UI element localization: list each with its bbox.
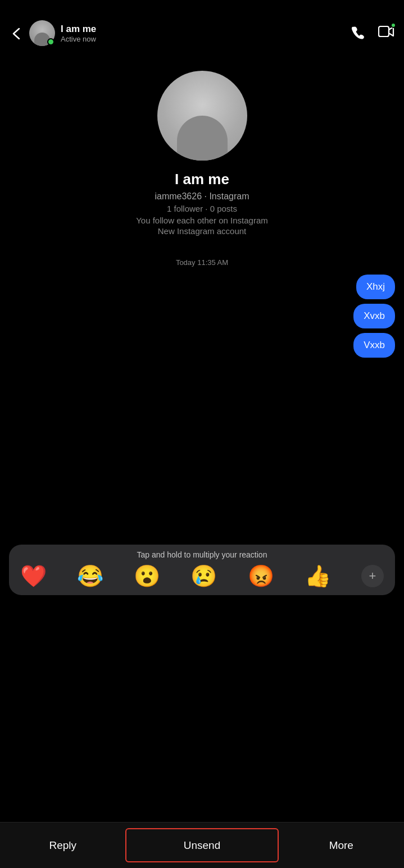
profile-avatar-shape: [177, 116, 228, 161]
profile-avatar[interactable]: [157, 71, 247, 161]
chat-area: Today 11:35 AM Xhxj Xvxb Vxxb: [0, 258, 404, 371]
phone-icon: [351, 24, 367, 39]
profile-username: iamme3626 · Instagram: [155, 191, 249, 202]
profile-section: I am me iamme3626 · Instagram 1 follower…: [0, 54, 404, 241]
video-active-dot: [391, 22, 396, 28]
profile-meta: 1 follower · 0 posts: [167, 204, 237, 213]
reaction-emojis-row: ❤️ 😂 😮 😢 😡 👍 +: [18, 565, 386, 587]
video-call-button[interactable]: [378, 24, 395, 43]
profile-display-name: I am me: [175, 171, 229, 188]
back-button[interactable]: [9, 25, 24, 40]
message-bubble-2[interactable]: Xvxb: [353, 304, 395, 328]
reaction-cry[interactable]: 😢: [190, 565, 217, 587]
back-arrow-icon: [9, 26, 24, 41]
messages-list: Xhxj Xvxb Vxxb: [9, 275, 395, 363]
header-status: Active now: [61, 35, 351, 43]
chat-timestamp: Today 11:35 AM: [9, 258, 395, 267]
message-bubble-1[interactable]: Xhxj: [356, 275, 395, 299]
profile-follow-status: You follow each other on Instagram: [136, 216, 268, 225]
reaction-heart[interactable]: ❤️: [20, 565, 47, 587]
unsend-button[interactable]: Unsend: [125, 828, 278, 862]
profile-account-note: New Instagram account: [158, 226, 247, 236]
bottom-bar: Reply Unsend More: [0, 822, 404, 868]
header-info: I am me Active now: [61, 24, 351, 43]
reaction-popup: Tap and hold to multiply your reaction ❤…: [9, 545, 395, 595]
more-button[interactable]: More: [279, 823, 404, 868]
header-icons: [351, 24, 395, 43]
header-avatar-wrap[interactable]: [29, 20, 55, 46]
reaction-more-button[interactable]: +: [361, 565, 384, 587]
header: I am me Active now: [0, 0, 404, 54]
reaction-wow[interactable]: 😮: [134, 565, 160, 587]
svg-rect-0: [379, 26, 389, 36]
reaction-popup-overlay: Tap and hold to multiply your reaction ❤…: [0, 545, 404, 595]
reaction-thumbsup[interactable]: 👍: [305, 565, 331, 587]
header-username: I am me: [61, 24, 351, 35]
active-status-dot: [47, 38, 55, 45]
call-button[interactable]: [351, 24, 367, 43]
reaction-hint: Tap and hold to multiply your reaction: [18, 550, 386, 559]
reaction-laugh[interactable]: 😂: [77, 565, 103, 587]
message-bubble-3[interactable]: Vxxb: [353, 333, 395, 358]
reaction-angry[interactable]: 😡: [248, 565, 274, 587]
reply-button[interactable]: Reply: [0, 823, 125, 868]
